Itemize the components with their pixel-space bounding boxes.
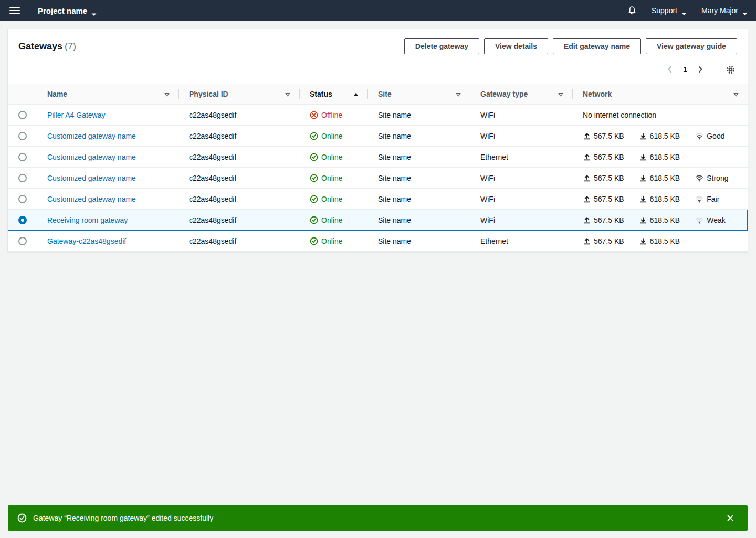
status-label: Online (321, 237, 342, 245)
gateway-name-link[interactable]: Customized gateway name (47, 132, 136, 140)
wifi-signal-icon (695, 132, 704, 140)
row-select-radio[interactable] (18, 216, 27, 224)
row-select-radio[interactable] (18, 153, 27, 161)
status-label: Online (321, 216, 342, 224)
site-name: Site name (368, 210, 470, 230)
network-cell: 567.5 KB618.5 KBGood (572, 126, 748, 146)
download-icon (639, 174, 647, 182)
download-icon (639, 195, 647, 203)
column-header-site[interactable]: Site (368, 84, 470, 104)
table-row: Gateway-c22as48gsedif c22as48gsedif Onli… (8, 231, 748, 252)
upload-amount: 567.5 KB (594, 237, 624, 245)
view-details-button[interactable]: View details (484, 38, 548, 54)
gateway-name-link[interactable]: Customized gateway name (47, 153, 136, 161)
network-status-text: No internet connection (583, 111, 656, 119)
table-body: Piller A4 Gateway c22as48gsedif Offline … (8, 105, 748, 252)
physical-id: c22as48gsedif (178, 168, 299, 188)
row-select-radio[interactable] (18, 111, 27, 119)
sort-unsorted-icon[interactable] (733, 91, 739, 97)
bell-icon[interactable] (627, 6, 637, 15)
column-header-gateway-type[interactable]: Gateway type (470, 84, 572, 104)
download-amount-group: 618.5 KB (639, 195, 680, 203)
upload-amount: 567.5 KB (594, 132, 624, 140)
view-gateway-guide-button[interactable]: View gateway guide (646, 38, 737, 54)
status-label: Online (321, 132, 342, 140)
support-menu[interactable]: Support (652, 6, 687, 15)
row-select-radio[interactable] (18, 195, 27, 203)
item-count: (7) (65, 41, 76, 51)
wifi-signal-icon (695, 216, 704, 224)
status-label: Online (321, 153, 342, 161)
site-name: Site name (368, 168, 470, 188)
gateway-name-link[interactable]: Piller A4 Gateway (47, 111, 106, 119)
close-icon[interactable] (722, 510, 738, 526)
gateway-name-link[interactable]: Customized gateway name (47, 174, 136, 182)
physical-id: c22as48gsedif (178, 210, 299, 230)
column-header-physical-id[interactable]: Physical ID (178, 84, 299, 104)
column-header-network[interactable]: Network (572, 84, 748, 104)
status-cell: Offline (299, 105, 368, 125)
status-positive-icon (310, 153, 318, 161)
status-cell: Online (299, 231, 368, 251)
row-select-radio[interactable] (18, 237, 27, 245)
project-name-menu[interactable]: Project name (38, 6, 97, 15)
edit-gateway-name-button[interactable]: Edit gateway name (553, 38, 641, 54)
wifi-strength-label: Good (707, 132, 724, 140)
upload-amount-group: 567.5 KB (583, 195, 624, 203)
gear-icon[interactable] (723, 63, 737, 76)
column-label: Physical ID (189, 90, 285, 98)
wifi-strength-label-group: Weak (695, 216, 726, 224)
wifi-signal-icon (695, 195, 704, 203)
user-menu[interactable]: Mary Major (701, 6, 748, 15)
wifi-signal-icon (695, 174, 704, 182)
physical-id: c22as48gsedif (178, 147, 299, 167)
sort-unsorted-icon[interactable] (558, 91, 564, 97)
wifi-strength-label-group: Strong (695, 174, 728, 182)
upload-icon (583, 153, 591, 161)
status-positive-icon (310, 195, 318, 203)
download-amount: 618.5 KB (650, 237, 680, 245)
status-positive-icon (310, 237, 318, 245)
download-amount-group: 618.5 KB (639, 237, 680, 245)
pagination: 1 (663, 63, 707, 76)
network-cell: No internet connection (572, 105, 748, 125)
download-amount: 618.5 KB (650, 153, 680, 161)
wifi-strength-label-group: Fair (695, 195, 719, 203)
column-label: Site (378, 90, 455, 98)
sort-unsorted-icon[interactable] (164, 91, 170, 97)
network-cell: 567.5 KB618.5 KB (572, 147, 748, 167)
gateway-name-link[interactable]: Customized gateway name (47, 195, 136, 203)
column-header-name[interactable]: Name (37, 84, 178, 104)
upload-amount-group: 567.5 KB (583, 153, 624, 161)
gateway-type: Ethernet (470, 147, 572, 167)
sort-unsorted-icon[interactable] (455, 91, 461, 97)
flash-message: Gateway “Receiving room gateway” edited … (33, 514, 213, 522)
upload-amount: 567.5 KB (594, 174, 624, 182)
support-label: Support (652, 6, 677, 15)
gateway-name-link[interactable]: Gateway-c22as48gsedif (47, 237, 126, 245)
page-number[interactable]: 1 (682, 65, 688, 74)
column-label: Network (583, 90, 733, 98)
delete-gateway-button[interactable]: Delete gateway (404, 38, 479, 54)
row-select-radio[interactable] (18, 132, 27, 140)
upload-amount: 567.5 KB (594, 153, 624, 161)
status-cell: Online (299, 168, 368, 188)
sort-unsorted-icon[interactable] (285, 91, 291, 97)
column-header-status[interactable]: Status (299, 84, 368, 104)
gateway-name-link[interactable]: Receiving room gateway (47, 216, 128, 224)
download-amount: 618.5 KB (650, 132, 680, 140)
chevron-down-icon (742, 9, 748, 12)
chevron-right-icon[interactable] (694, 63, 707, 76)
upload-amount-group: 567.5 KB (583, 216, 624, 224)
row-select-radio[interactable] (18, 174, 27, 182)
action-buttons: Delete gatewayView detailsEdit gateway n… (404, 38, 737, 54)
sort-ascending-icon[interactable] (353, 91, 359, 97)
download-amount: 618.5 KB (650, 216, 680, 224)
status-positive-icon (310, 132, 318, 140)
upload-amount: 567.5 KB (594, 195, 624, 203)
status-cell: Online (299, 210, 368, 230)
hamburger-menu-icon[interactable] (9, 7, 20, 14)
site-name: Site name (368, 105, 470, 125)
success-flashbar: Gateway “Receiving room gateway” edited … (8, 505, 748, 531)
chevron-left-icon[interactable] (663, 63, 677, 76)
